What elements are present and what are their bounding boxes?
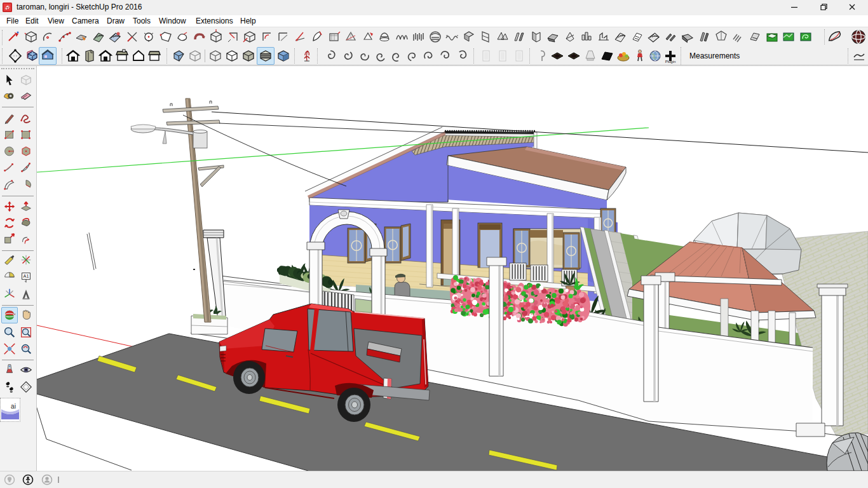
svg-text:A1: A1 [24,273,29,279]
svg-text:Plugin: Plugin [665,60,676,64]
svg-text:ai: ai [11,403,16,410]
